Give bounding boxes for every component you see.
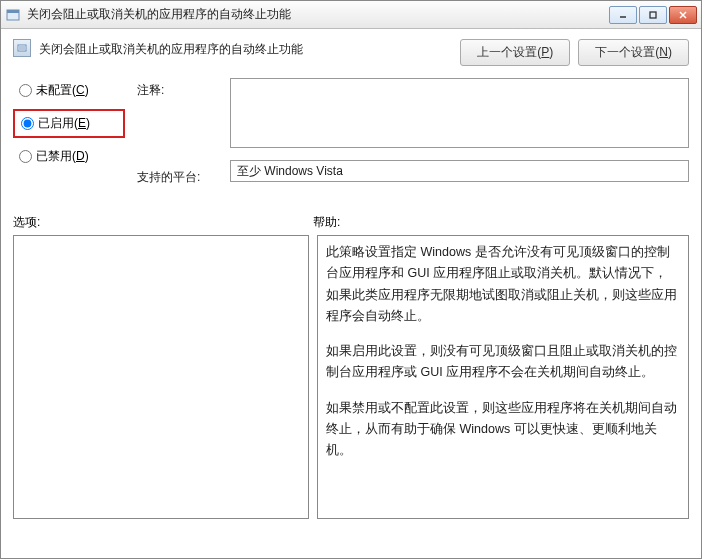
field-labels: 注释: 支持的平台: — [137, 76, 212, 186]
maximize-button[interactable] — [639, 6, 667, 24]
next-setting-button[interactable]: 下一个设置(N) — [578, 39, 689, 66]
lower-panes: 此策略设置指定 Windows 是否允许没有可见顶级窗口的控制台应用程序和 GU… — [1, 235, 701, 531]
platform-label: 支持的平台: — [137, 169, 212, 186]
policy-icon — [13, 39, 31, 57]
nav-buttons: 上一个设置(P) 下一个设置(N) — [460, 39, 689, 66]
window-titlebar: 关闭会阻止或取消关机的应用程序的自动终止功能 — [1, 1, 701, 29]
close-button[interactable] — [669, 6, 697, 24]
radio-enabled-label: 已启用(E) — [38, 115, 90, 132]
setting-title: 关闭会阻止或取消关机的应用程序的自动终止功能 — [39, 39, 452, 58]
help-pane[interactable]: 此策略设置指定 Windows 是否允许没有可见顶级窗口的控制台应用程序和 GU… — [317, 235, 689, 519]
radio-disabled-label: 已禁用(D) — [36, 148, 89, 165]
radio-not-configured-input[interactable] — [19, 84, 32, 97]
svg-rect-3 — [650, 12, 656, 18]
radio-enabled-highlight: 已启用(E) — [13, 109, 125, 138]
radio-disabled-input[interactable] — [19, 150, 32, 163]
window-title: 关闭会阻止或取消关机的应用程序的自动终止功能 — [27, 6, 609, 23]
help-paragraph-1: 此策略设置指定 Windows 是否允许没有可见顶级窗口的控制台应用程序和 GU… — [326, 242, 680, 327]
field-values: 至少 Windows Vista — [230, 76, 689, 186]
radio-not-configured[interactable]: 未配置(C) — [19, 82, 119, 99]
radio-group: 未配置(C) 已启用(E) 已禁用(D) — [19, 76, 119, 186]
help-label: 帮助: — [313, 214, 340, 231]
svg-rect-7 — [18, 45, 26, 51]
help-paragraph-3: 如果禁用或不配置此设置，则这些应用程序将在关机期间自动终止，从而有助于确保 Wi… — [326, 398, 680, 462]
options-label: 选项: — [13, 214, 313, 231]
svg-rect-1 — [7, 10, 19, 13]
lower-labels: 选项: 帮助: — [1, 186, 701, 235]
header-row: 关闭会阻止或取消关机的应用程序的自动终止功能 上一个设置(P) 下一个设置(N) — [1, 29, 701, 70]
minimize-button[interactable] — [609, 6, 637, 24]
supported-platform-field: 至少 Windows Vista — [230, 160, 689, 182]
radio-not-configured-label: 未配置(C) — [36, 82, 89, 99]
comment-textarea[interactable] — [230, 78, 689, 148]
options-pane[interactable] — [13, 235, 309, 519]
help-paragraph-2: 如果启用此设置，则没有可见顶级窗口且阻止或取消关机的控制台应用程序或 GUI 应… — [326, 341, 680, 384]
config-area: 未配置(C) 已启用(E) 已禁用(D) 注释: 支持的平台: 至少 Windo… — [1, 70, 701, 186]
window-controls — [609, 6, 697, 24]
radio-enabled-input[interactable] — [21, 117, 34, 130]
previous-setting-button[interactable]: 上一个设置(P) — [460, 39, 570, 66]
radio-enabled[interactable]: 已启用(E) — [21, 115, 117, 132]
radio-disabled[interactable]: 已禁用(D) — [19, 148, 119, 165]
supported-platform-value: 至少 Windows Vista — [237, 163, 343, 180]
app-icon — [5, 7, 21, 23]
comment-label: 注释: — [137, 82, 212, 99]
